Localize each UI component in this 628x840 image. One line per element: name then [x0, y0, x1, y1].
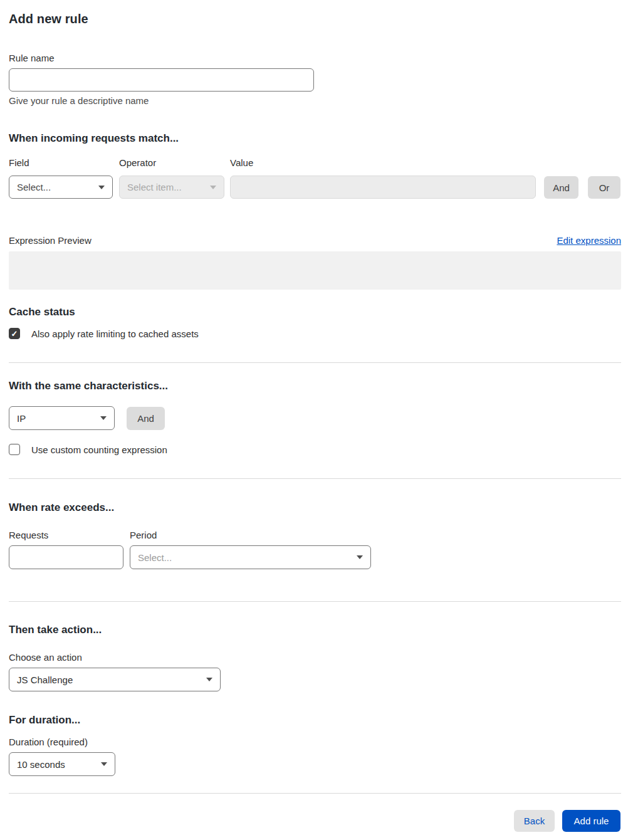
- field-select[interactable]: Select...: [9, 176, 113, 199]
- characteristics-heading: With the same characteristics...: [9, 380, 168, 392]
- chevron-down-icon: [98, 186, 105, 189]
- chevron-down-icon: [101, 762, 107, 766]
- field-label: Field: [9, 157, 29, 168]
- value-label: Value: [230, 157, 253, 168]
- value-input: [230, 176, 536, 199]
- duration-label: Duration (required): [9, 737, 88, 747]
- chevron-down-icon: [206, 678, 212, 681]
- rule-name-label: Rule name: [9, 53, 55, 63]
- chevron-down-icon: [210, 186, 216, 189]
- expression-preview-box: [9, 251, 621, 290]
- chevron-down-icon: [357, 555, 363, 559]
- action-select[interactable]: JS Challenge: [9, 668, 221, 691]
- duration-heading: For duration...: [9, 714, 80, 727]
- back-button[interactable]: Back: [514, 810, 555, 832]
- custom-counting-checkbox-label[interactable]: Use custom counting expression: [31, 444, 167, 455]
- duration-select[interactable]: 10 seconds: [9, 752, 115, 776]
- divider: [9, 793, 621, 794]
- action-select-value: JS Challenge: [17, 675, 73, 685]
- check-icon: ✓: [11, 330, 18, 338]
- expression-preview-label: Expression Preview: [9, 235, 92, 246]
- duration-select-value: 10 seconds: [17, 759, 65, 770]
- cache-status-heading: Cache status: [9, 306, 75, 318]
- characteristics-and-button[interactable]: And: [127, 407, 165, 430]
- characteristic-select-value: IP: [17, 413, 26, 424]
- field-select-value: Select...: [17, 182, 51, 192]
- custom-counting-checkbox[interactable]: [9, 444, 20, 455]
- page-title: Add new rule: [9, 12, 88, 26]
- rule-name-input[interactable]: [9, 68, 314, 92]
- edit-expression-link[interactable]: Edit expression: [557, 235, 621, 246]
- divider: [9, 478, 621, 479]
- add-rule-form: Add new rule Rule name Give your rule a …: [0, 0, 628, 840]
- divider: [9, 362, 621, 363]
- period-label: Period: [130, 530, 157, 540]
- divider: [9, 601, 621, 602]
- or-button[interactable]: Or: [588, 176, 620, 199]
- rate-heading: When rate exceeds...: [9, 501, 114, 514]
- match-section-heading: When incoming requests match...: [9, 132, 179, 145]
- choose-action-label: Choose an action: [9, 652, 82, 663]
- add-rule-button[interactable]: Add rule: [562, 810, 620, 832]
- cached-assets-checkbox-label[interactable]: Also apply rate limiting to cached asset…: [31, 328, 199, 339]
- and-button[interactable]: And: [544, 176, 578, 199]
- period-select-value: Select...: [138, 552, 172, 563]
- cached-assets-checkbox[interactable]: ✓: [9, 328, 20, 339]
- operator-select: Select item...: [119, 176, 224, 199]
- rule-name-helper: Give your rule a descriptive name: [9, 95, 149, 106]
- requests-label: Requests: [9, 530, 48, 540]
- period-select[interactable]: Select...: [130, 545, 371, 569]
- operator-select-value: Select item...: [127, 182, 182, 192]
- operator-label: Operator: [119, 157, 156, 168]
- action-heading: Then take action...: [9, 624, 102, 636]
- requests-input[interactable]: [9, 545, 123, 569]
- characteristic-select[interactable]: IP: [9, 406, 115, 430]
- chevron-down-icon: [100, 416, 107, 420]
